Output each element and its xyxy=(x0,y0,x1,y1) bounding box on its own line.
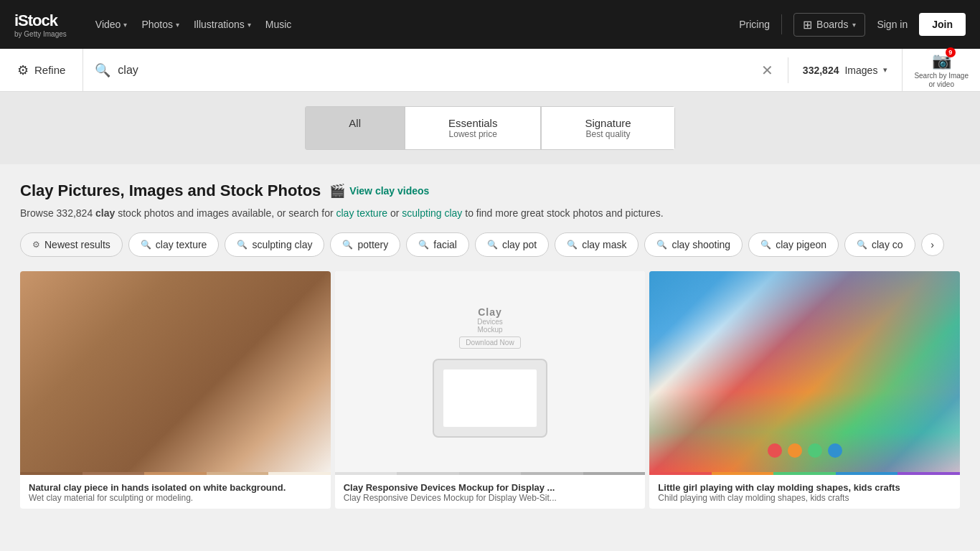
camera-icon-wrap: 📷 9 xyxy=(932,52,951,70)
boards-icon: ⊞ xyxy=(803,18,812,32)
chips-wrap: ⚙ Newest results 🔍 clay texture 🔍 sculpt… xyxy=(20,232,960,257)
nav-music[interactable]: Music xyxy=(260,16,298,33)
image-title-3: Little girl playing with clay molding sh… xyxy=(658,482,951,493)
tab-essentials[interactable]: Essentials Lowest price xyxy=(405,106,541,150)
filter-tabs: All Essentials Lowest price Signature Be… xyxy=(305,106,674,150)
clay-texture-link[interactable]: clay texture xyxy=(336,207,388,219)
boards-chevron-icon: ▾ xyxy=(852,21,856,29)
image-caption-3: Little girl playing with clay molding sh… xyxy=(649,475,960,509)
pricing-link[interactable]: Pricing xyxy=(739,19,770,30)
photos-chevron-icon: ▾ xyxy=(176,21,179,29)
chip-clay-pigeon[interactable]: 🔍 clay pigeon xyxy=(748,232,839,257)
chip-clay-shooting[interactable]: 🔍 clay shooting xyxy=(644,232,743,257)
video-icon: 🎬 xyxy=(329,183,345,199)
color-bar-1 xyxy=(20,472,331,475)
page-title-wrap: Clay Pictures, Images and Stock Photos 🎬… xyxy=(20,182,960,200)
color-seg-3-5 xyxy=(897,472,960,475)
color-seg-1-5 xyxy=(268,472,331,475)
color-seg-3-1 xyxy=(649,472,712,475)
color-seg-3-3 xyxy=(773,472,836,475)
color-seg-3-2 xyxy=(712,472,774,475)
chip-clay-co[interactable]: 🔍 clay co xyxy=(844,232,915,257)
chip-clay-pot[interactable]: 🔍 clay pot xyxy=(475,232,549,257)
image-subtitle-2: Clay Responsive Devices Mockup for Displ… xyxy=(344,493,637,503)
color-seg-2-2 xyxy=(397,472,459,475)
search-chip-icon-9: 🔍 xyxy=(857,240,867,250)
image-card-2[interactable]: Clay Devices Mockup Download Now Cla xyxy=(335,271,646,509)
results-count: 332,824 xyxy=(803,65,839,76)
chip-facial[interactable]: 🔍 facial xyxy=(406,232,469,257)
search-input[interactable] xyxy=(118,64,751,77)
chips-next-button[interactable]: › xyxy=(921,233,944,256)
chip-sculpting-clay[interactable]: 🔍 sculpting clay xyxy=(225,232,324,257)
refine-button[interactable]: ⚙ Refine xyxy=(0,49,83,91)
search-icon: 🔍 xyxy=(95,62,110,78)
image-subtitle-3: Child playing with clay molding shapes, … xyxy=(658,493,951,503)
search-chip-icon-4: 🔍 xyxy=(418,240,429,250)
video-chevron-icon: ▾ xyxy=(123,21,127,29)
color-bar-3 xyxy=(649,472,960,475)
search-chip-icon-8: 🔍 xyxy=(760,240,771,250)
images-label: Images xyxy=(844,65,877,76)
search-input-wrap: 🔍 ✕ xyxy=(83,59,788,82)
search-chip-icon-5: 🔍 xyxy=(487,240,498,250)
logo-sub: by Getty Images xyxy=(14,30,67,38)
chip-clay-texture[interactable]: 🔍 clay texture xyxy=(128,232,220,257)
nav-video[interactable]: Video ▾ xyxy=(90,16,133,33)
description-text: Browse 332,824 clay stock photos and ima… xyxy=(20,206,960,221)
tab-all[interactable]: All xyxy=(305,106,405,150)
color-bar-2 xyxy=(335,472,646,475)
color-seg-2-4 xyxy=(521,472,583,475)
filter-tabs-wrap: All Essentials Lowest price Signature Be… xyxy=(0,92,980,164)
tab-signature[interactable]: Signature Best quality xyxy=(541,106,674,150)
nav-links: Video ▾ Photos ▾ Illustrations ▾ Music xyxy=(90,16,298,33)
image-caption-1: Natural clay piece in hands isolated on … xyxy=(20,475,331,509)
sculpting-clay-link[interactable]: sculpting clay xyxy=(402,207,462,219)
count-images-wrap[interactable]: 332,824 Images ▾ xyxy=(788,65,903,76)
main-content: Clay Pictures, Images and Stock Photos 🎬… xyxy=(0,164,980,509)
page-title: Clay Pictures, Images and Stock Photos xyxy=(20,182,321,200)
boards-button[interactable]: ⊞ Boards ▾ xyxy=(793,13,865,37)
image-wrap-1 xyxy=(20,271,331,472)
image-grid: Natural clay piece in hands isolated on … xyxy=(20,271,960,509)
clear-search-button[interactable]: ✕ xyxy=(758,59,776,82)
search-chip-icon-2: 🔍 xyxy=(237,240,248,250)
logo[interactable]: iStock by Getty Images xyxy=(14,11,67,38)
chip-clay-mask[interactable]: 🔍 clay mask xyxy=(555,232,639,257)
color-seg-1-4 xyxy=(207,472,269,475)
navbar: iStock by Getty Images Video ▾ Photos ▾ … xyxy=(0,0,980,49)
color-seg-2-3 xyxy=(459,472,522,475)
chip-newest[interactable]: ⚙ Newest results xyxy=(20,232,123,257)
chip-pottery[interactable]: 🔍 pottery xyxy=(330,232,400,257)
search-by-image-button[interactable]: 📷 9 Search by Imageor video xyxy=(902,49,980,91)
signin-link[interactable]: Sign in xyxy=(877,19,908,30)
image-card-1[interactable]: Natural clay piece in hands isolated on … xyxy=(20,271,331,509)
color-seg-1-2 xyxy=(83,472,145,475)
illustrations-chevron-icon: ▾ xyxy=(248,21,251,29)
search-chip-icon-3: 🔍 xyxy=(342,240,353,250)
camera-badge: 9 xyxy=(946,47,956,57)
image-card-3[interactable]: Little girl playing with clay molding sh… xyxy=(649,271,960,509)
nav-illustrations[interactable]: Illustrations ▾ xyxy=(188,16,257,33)
images-dropdown-icon: ▾ xyxy=(883,65,887,75)
logo-name: iStock xyxy=(14,11,67,30)
search-chip-icon-6: 🔍 xyxy=(567,240,578,250)
search-chip-icon-7: 🔍 xyxy=(656,240,667,250)
nav-photos[interactable]: Photos ▾ xyxy=(136,16,185,33)
view-videos-link[interactable]: 🎬 View clay videos xyxy=(329,183,429,199)
image-title-1: Natural clay piece in hands isolated on … xyxy=(29,482,322,493)
color-seg-2-5 xyxy=(583,472,646,475)
image-caption-2: Clay Responsive Devices Mockup for Displ… xyxy=(335,475,646,509)
join-button[interactable]: Join xyxy=(919,13,966,36)
color-seg-3-4 xyxy=(836,472,898,475)
search-chip-icon-1: 🔍 xyxy=(141,240,151,250)
refine-icon: ⚙ xyxy=(17,62,29,78)
search-by-image-label: Search by Imageor video xyxy=(914,72,969,89)
image-subtitle-1: Wet clay material for sculpting or model… xyxy=(29,493,322,503)
filter-chip-icon: ⚙ xyxy=(32,240,40,250)
image-wrap-2: Clay Devices Mockup Download Now xyxy=(335,271,646,472)
search-bar: ⚙ Refine 🔍 ✕ 332,824 Images ▾ 📷 9 Search… xyxy=(0,49,980,92)
image-title-2: Clay Responsive Devices Mockup for Displ… xyxy=(344,482,637,493)
image-wrap-3 xyxy=(649,271,960,472)
nav-right: Pricing ⊞ Boards ▾ Sign in Join xyxy=(739,13,966,37)
